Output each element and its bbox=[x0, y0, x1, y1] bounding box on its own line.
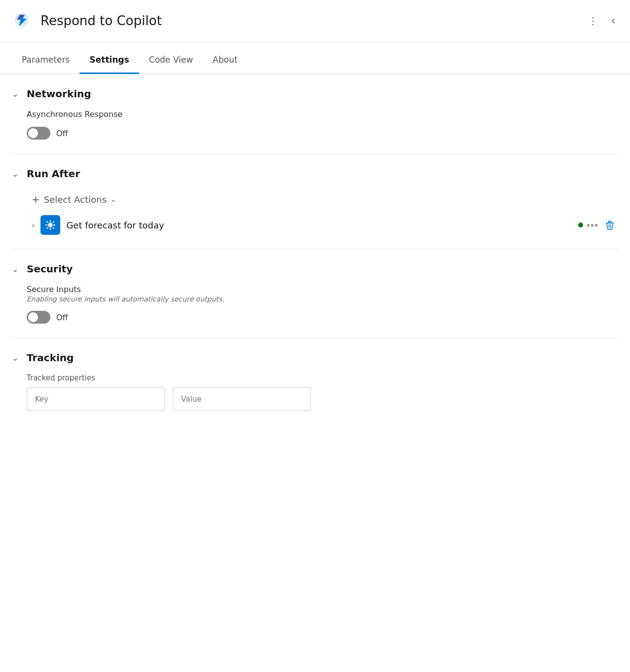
delete-action-button[interactable] bbox=[601, 217, 618, 233]
secure-inputs-sublabel: Enabling secure inputs will automaticall… bbox=[27, 295, 618, 303]
tracked-inputs-row bbox=[27, 387, 618, 411]
action-expand-chevron-icon[interactable]: › bbox=[32, 221, 35, 230]
header: Respond to Copilot ⋮ ‹ bbox=[0, 0, 630, 42]
run-after-section-content: + Select Actions ⌄ › bbox=[27, 189, 618, 235]
tracking-section: ⌄ Tracking Tracked properties bbox=[12, 338, 618, 425]
tracked-properties-label: Tracked properties bbox=[27, 373, 618, 382]
security-section-content: Secure Inputs Enabling secure inputs wil… bbox=[27, 285, 618, 324]
action-item: › Get forecast for today bbox=[32, 215, 618, 235]
status-dot-2 bbox=[591, 224, 593, 226]
secure-inputs-off-label: Off bbox=[56, 313, 68, 322]
run-after-section-title: Run After bbox=[27, 168, 80, 180]
header-left: Respond to Copilot bbox=[10, 9, 162, 33]
tracking-section-content: Tracked properties bbox=[27, 373, 618, 411]
security-section: ⌄ Security Secure Inputs Enabling secure… bbox=[12, 249, 618, 338]
security-section-header[interactable]: ⌄ Security bbox=[12, 263, 618, 275]
plus-icon: + bbox=[32, 193, 40, 205]
run-after-chevron-icon: ⌄ bbox=[12, 169, 22, 179]
close-icon: ‹ bbox=[612, 14, 615, 27]
status-success-dot bbox=[578, 223, 583, 227]
secure-inputs-toggle-row: Off bbox=[27, 311, 618, 324]
trash-icon bbox=[604, 220, 615, 230]
tracking-section-title: Tracking bbox=[27, 352, 74, 364]
networking-section-header[interactable]: ⌄ Networking bbox=[12, 88, 618, 100]
tab-parameters[interactable]: Parameters bbox=[12, 47, 79, 74]
settings-content: ⌄ Networking Asynchronous Response Off ⌄… bbox=[0, 74, 630, 425]
action-name: Get forecast for today bbox=[66, 220, 572, 230]
header-right: ⋮ ‹ bbox=[585, 11, 618, 30]
svg-line-7 bbox=[53, 227, 54, 228]
status-dots bbox=[587, 224, 597, 226]
security-chevron-icon: ⌄ bbox=[12, 264, 22, 274]
networking-section: ⌄ Networking Asynchronous Response Off bbox=[12, 74, 618, 154]
svg-line-8 bbox=[53, 222, 54, 223]
tracking-section-header[interactable]: ⌄ Tracking bbox=[12, 352, 618, 364]
run-after-section: ⌄ Run After + Select Actions ⌄ › bbox=[12, 154, 618, 249]
app-logo bbox=[10, 9, 34, 33]
action-icon-box bbox=[40, 215, 60, 235]
networking-section-content: Asynchronous Response Off bbox=[27, 110, 618, 140]
async-response-off-label: Off bbox=[56, 129, 68, 138]
secure-inputs-toggle[interactable] bbox=[27, 311, 50, 324]
svg-point-1 bbox=[48, 223, 53, 227]
select-actions-button[interactable]: + Select Actions ⌄ bbox=[32, 189, 618, 209]
close-panel-button[interactable]: ‹ bbox=[609, 11, 618, 30]
async-response-toggle[interactable] bbox=[27, 127, 50, 140]
more-options-button[interactable]: ⋮ bbox=[585, 12, 601, 30]
action-status-area bbox=[578, 217, 618, 233]
page-title: Respond to Copilot bbox=[40, 13, 162, 28]
security-section-title: Security bbox=[27, 263, 73, 275]
svg-line-9 bbox=[47, 227, 48, 228]
select-actions-chevron-icon: ⌄ bbox=[111, 195, 117, 203]
tab-about[interactable]: About bbox=[203, 47, 247, 74]
status-dot-3 bbox=[595, 224, 597, 226]
tracking-chevron-icon: ⌄ bbox=[12, 353, 22, 363]
secure-inputs-label: Secure Inputs bbox=[27, 285, 618, 294]
tab-settings[interactable]: Settings bbox=[79, 47, 139, 74]
async-response-toggle-row: Off bbox=[27, 127, 618, 140]
tracked-value-input[interactable] bbox=[173, 387, 311, 411]
tab-codeview[interactable]: Code View bbox=[139, 47, 203, 74]
tabs-bar: Parameters Settings Code View About bbox=[0, 47, 630, 74]
networking-section-title: Networking bbox=[27, 88, 91, 100]
svg-line-6 bbox=[47, 222, 48, 223]
async-response-label: Asynchronous Response bbox=[27, 110, 618, 119]
forecast-icon bbox=[45, 220, 56, 230]
status-dot-1 bbox=[587, 224, 590, 226]
more-vertical-icon: ⋮ bbox=[588, 15, 598, 27]
run-after-section-header[interactable]: ⌄ Run After bbox=[12, 168, 618, 180]
tracked-key-input[interactable] bbox=[27, 387, 165, 411]
networking-chevron-icon: ⌄ bbox=[12, 89, 22, 99]
select-actions-label: Select Actions bbox=[44, 194, 107, 205]
